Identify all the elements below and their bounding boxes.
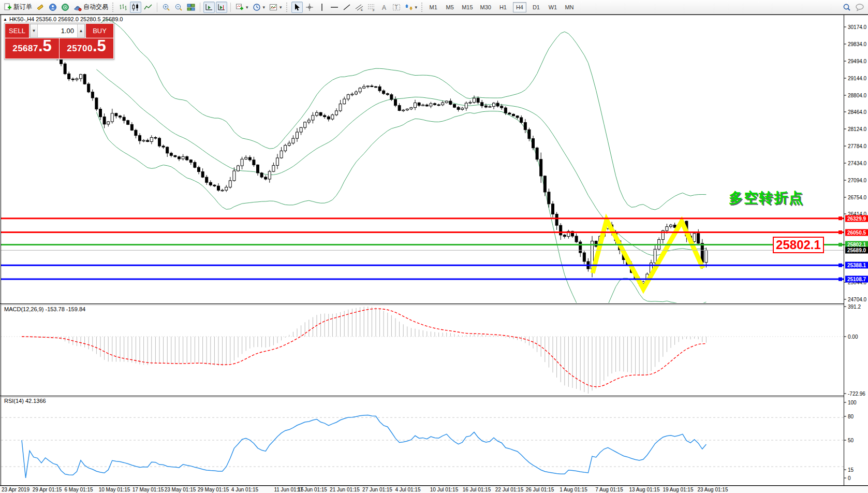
volume-decrease-button[interactable]: ▼: [30, 24, 38, 37]
vertical-line-button[interactable]: [316, 2, 328, 13]
crosshair-button[interactable]: [304, 2, 315, 13]
toolbar-separator: [200, 3, 200, 12]
date-axis-tick: 23 May 01:15: [165, 487, 196, 492]
dropdown-caret-icon: ▾: [279, 5, 282, 10]
fibonacci-icon: F: [367, 3, 376, 11]
price-axis-tick: 28464.0: [848, 109, 866, 115]
profiles-button[interactable]: ▾: [251, 2, 267, 13]
price-axis-tick: 27784.0: [848, 143, 866, 149]
main-toolbar: 新订单 自动交易 ▾ ▾: [0, 0, 868, 15]
dropdown-caret-icon: ▾: [415, 5, 418, 10]
date-axis-tick: 1 Aug 01:15: [560, 487, 587, 492]
auto-trading-label: 自动交易: [83, 3, 108, 11]
timeframe-m15-button[interactable]: M15: [460, 2, 475, 12]
date-axis-tick: 19 Aug 01:15: [663, 487, 694, 492]
date-axis-tick: 6 May 01:15: [64, 487, 93, 492]
zoom-in-icon: [162, 3, 170, 11]
buy-price-frac: .5: [93, 38, 106, 54]
zoom-out-button[interactable]: [173, 2, 184, 13]
volume-input[interactable]: 1.00: [38, 24, 77, 37]
macd-pane-label: MACD(12,26,9) -153.78 -159.84: [4, 306, 85, 312]
buy-price-button[interactable]: 25700 .5: [60, 38, 113, 59]
zoom-in-button[interactable]: [160, 2, 172, 13]
one-click-trade-panel: SELL ▼ 1.00 ▲ BUY 25687 .5 25700 .5: [4, 23, 114, 60]
rsi-axis-tick: 100: [848, 400, 857, 405]
sell-price-button[interactable]: 25687 .5: [5, 38, 59, 59]
buy-button[interactable]: BUY: [86, 24, 113, 38]
indicators-button[interactable]: ▾: [268, 2, 284, 13]
equidistant-channel-button[interactable]: E: [354, 2, 365, 13]
timeframe-d1-button[interactable]: D1: [529, 2, 543, 12]
styler-button[interactable]: [35, 2, 46, 13]
rsi-axis-tick: 0: [848, 475, 851, 481]
chat-icon: [855, 3, 864, 11]
text-button[interactable]: A: [378, 2, 390, 13]
chat-button[interactable]: [854, 2, 866, 13]
price-axis-tick: 30174.0: [848, 24, 866, 30]
date-axis-tick: 10 Jul 01:15: [430, 487, 459, 492]
timeframe-group: M1M5M15M30H1H4D1W1MN: [426, 2, 576, 12]
price-badge: 25689.0: [845, 247, 868, 254]
price-axis-tick: 24704.0: [848, 297, 866, 302]
rsi-pane-label: RSI(14) 42.1366: [4, 398, 46, 404]
new-chart-icon: [236, 3, 244, 11]
radar-icon: [61, 3, 69, 11]
timeframe-h1-button[interactable]: H1: [496, 2, 510, 12]
price-axis-tick: 29144.0: [848, 76, 866, 81]
vertical-line-icon: [318, 3, 326, 11]
toolbar-grip: [286, 3, 289, 12]
date-axis-tick: 10 May 01:15: [99, 487, 130, 492]
auto-trading-button[interactable]: 自动交易: [72, 2, 110, 13]
text-label-button[interactable]: T: [391, 2, 402, 13]
auto-scroll-icon: [205, 3, 213, 11]
candlestick-chart-button[interactable]: [130, 2, 141, 13]
price-axis-tick: 27434.0: [848, 161, 866, 166]
megaphone-icon: [36, 3, 45, 11]
trendline-button[interactable]: [341, 2, 352, 13]
date-axis-tick: 4 Jun 01:15: [231, 487, 258, 492]
chart-title-text: HK50-,H4 25356.0 25692.0 25280.5 25689.0: [9, 16, 123, 22]
sell-button[interactable]: SELL: [5, 24, 29, 38]
indicators-icon: [269, 3, 277, 11]
timeframe-mn-button[interactable]: MN: [563, 2, 576, 12]
volume-increase-button[interactable]: ▲: [77, 24, 85, 37]
search-icon: [843, 3, 851, 11]
timeframe-m1-button[interactable]: M1: [426, 2, 440, 12]
cursor-button[interactable]: [291, 2, 303, 13]
chart-shift-icon: [217, 3, 226, 11]
date-axis-tick: 29 Apr 01:15: [33, 487, 62, 492]
bar-chart-button[interactable]: [117, 2, 129, 13]
date-axis: 23 Apr 201929 Apr 01:156 May 01:1510 May…: [0, 486, 868, 493]
chart-shift-button[interactable]: [216, 2, 227, 13]
horizontal-line-button[interactable]: [329, 2, 340, 13]
signals-button[interactable]: [60, 2, 71, 13]
new-order-button[interactable]: 新订单: [2, 2, 34, 13]
search-button[interactable]: [841, 2, 852, 13]
community-button[interactable]: [47, 2, 58, 13]
arrows-button[interactable]: ▾: [403, 2, 419, 13]
rsi-axis-tick: 15: [848, 467, 854, 473]
line-chart-icon: [144, 3, 152, 11]
dropdown-caret-icon: ▾: [246, 5, 248, 10]
auto-scroll-button[interactable]: [203, 2, 215, 13]
sell-price-frac: .5: [38, 38, 52, 54]
collapse-triangle-icon[interactable]: ▲: [3, 17, 7, 22]
date-axis-tick: 26 Jul 01:15: [526, 487, 554, 492]
timeframe-h4-button[interactable]: H4: [513, 2, 526, 12]
line-chart-button[interactable]: [142, 2, 154, 13]
turning-point-annotation: 多空转折点: [729, 189, 804, 207]
new-chart-button[interactable]: ▾: [234, 2, 250, 13]
fibonacci-button[interactable]: F: [366, 2, 377, 13]
tile-windows-button[interactable]: [185, 2, 197, 13]
crosshair-icon: [305, 3, 314, 11]
toolbar-separator: [230, 3, 231, 12]
trade-panel-price-row: 25687 .5 25700 .5: [5, 38, 113, 59]
toolbar-grip: [112, 3, 115, 12]
arrow-objects-icon: [405, 3, 413, 11]
date-axis-tick: 13 Aug 01:15: [629, 487, 660, 492]
new-order-label: 新订单: [13, 3, 32, 11]
timeframe-w1-button[interactable]: W1: [546, 2, 560, 12]
date-axis-tick: 27 Jun 01:15: [362, 487, 392, 492]
timeframe-m30-button[interactable]: M30: [478, 2, 493, 12]
timeframe-m5-button[interactable]: M5: [443, 2, 457, 12]
